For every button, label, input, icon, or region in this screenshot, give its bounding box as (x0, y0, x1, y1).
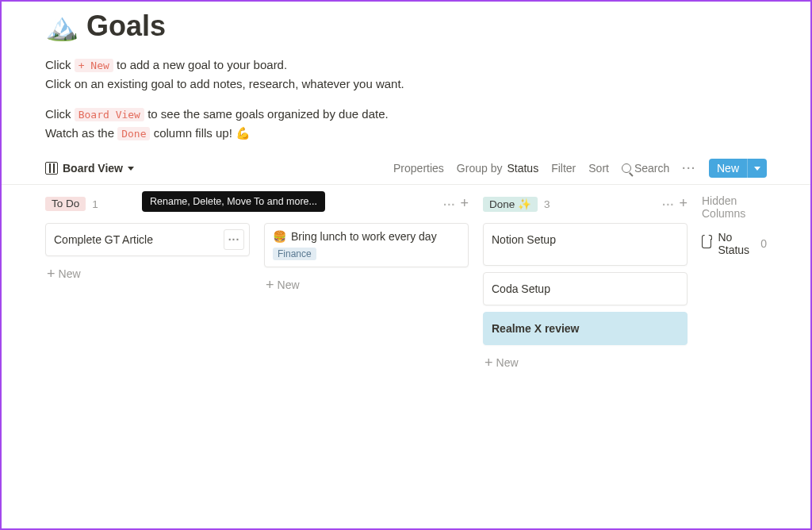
filter-button[interactable]: Filter (551, 162, 576, 175)
search-label: Search (634, 162, 669, 175)
inline-tag-boardview: Board View (75, 108, 144, 121)
column-count-done: 3 (544, 198, 550, 210)
groupby-value: Status (507, 162, 538, 175)
board-icon (45, 162, 58, 175)
column-add-doing[interactable]: + (460, 198, 469, 211)
card-bring-lunch[interactable]: 🍔 Bring lunch to work every day Finance (264, 223, 469, 267)
no-status-count: 0 (760, 237, 767, 250)
card-complete-gt-article[interactable]: Complete GT Article ··· (45, 223, 250, 256)
intro-text: Click on an existing goal to add notes, … (45, 75, 767, 94)
card-title: Coda Setup (492, 282, 679, 295)
plus-icon: + (485, 357, 493, 368)
view-switcher[interactable]: Board View (45, 162, 134, 175)
card-tag-finance: Finance (273, 248, 316, 260)
card-emoji: 🍔 (273, 230, 286, 243)
column-more-doing[interactable]: ··· (443, 198, 456, 211)
add-new-done[interactable]: + New (483, 351, 688, 374)
card-title: Notion Setup (492, 233, 679, 246)
column-more-done[interactable]: ··· (662, 198, 675, 211)
intro-block: Click Board View to see the same goals o… (45, 105, 767, 143)
search-icon (622, 163, 631, 173)
add-new-label: New (59, 267, 81, 280)
new-button-label: New (709, 159, 747, 178)
inline-tag-done: Done (117, 127, 150, 140)
no-status-row[interactable]: No Status 0 (702, 231, 767, 256)
intro-text: Click (45, 58, 75, 71)
card-realme-x-review[interactable]: Realme X review (483, 312, 688, 345)
column-todo: To Do 1 ··· + Rename, Delete, Move To an… (45, 194, 250, 374)
column-label-todo[interactable]: To Do (45, 197, 86, 211)
card-coda-setup[interactable]: Coda Setup (483, 272, 688, 305)
toolbar-divider (0, 184, 812, 185)
card-title: Bring lunch to work every day (291, 230, 437, 243)
card-title: Realme X review (492, 322, 679, 335)
card-more-button[interactable]: ··· (224, 229, 244, 250)
add-new-todo[interactable]: + New (45, 263, 250, 285)
chevron-down-icon (128, 167, 134, 171)
card-title: Complete GT Article (54, 233, 241, 246)
intro-text: Click (45, 107, 75, 121)
properties-button[interactable]: Properties (393, 162, 444, 175)
add-new-label: New (278, 278, 300, 291)
page-emoji: 🏔️ (45, 13, 79, 40)
tooltip: Rename, Delete, Move To and more... (142, 191, 325, 212)
card-notion-setup[interactable]: Notion Setup (483, 223, 688, 266)
groupby-button[interactable]: Group by Status (457, 162, 538, 175)
chevron-down-icon (754, 167, 760, 171)
column-doing: Doing 1 ··· + 🍔 Bring lunch to work ever… (264, 194, 469, 374)
search-button[interactable]: Search (622, 162, 669, 175)
add-new-doing[interactable]: + New (264, 274, 469, 296)
column-label-done[interactable]: Done ✨ (483, 197, 538, 212)
intro-text: to add a new goal to your board. (117, 58, 287, 71)
page-title: Goals (86, 10, 166, 43)
hidden-columns: Hidden Columns No Status 0 (702, 194, 767, 374)
view-label: Board View (63, 162, 123, 175)
hidden-columns-title: Hidden Columns (702, 194, 767, 220)
intro-text: Watch as the (45, 126, 117, 140)
inbox-icon (702, 239, 711, 248)
new-button[interactable]: New (709, 159, 767, 178)
board-toolbar: Board View Properties Group by Status Fi… (45, 154, 767, 184)
plus-icon: + (266, 279, 274, 290)
intro-block: Click + New to add a new goal to your bo… (45, 56, 767, 94)
column-count-todo: 1 (92, 198, 98, 210)
new-button-dropdown[interactable] (747, 159, 767, 178)
groupby-label: Group by (457, 162, 503, 175)
no-status-label: No Status (718, 231, 754, 256)
intro-text: to see the same goals organized by due d… (147, 107, 389, 121)
intro-text: column fills up! 💪 (154, 126, 251, 140)
add-new-label: New (496, 356, 519, 369)
plus-icon: + (47, 268, 56, 279)
more-menu-button[interactable]: ··· (682, 162, 696, 175)
sort-button[interactable]: Sort (588, 162, 609, 175)
column-done: Done ✨ 3 ··· + Notion Setup Coda Setup R… (483, 194, 688, 374)
inline-tag-new: + New (75, 59, 113, 72)
column-add-done[interactable]: + (679, 198, 688, 211)
